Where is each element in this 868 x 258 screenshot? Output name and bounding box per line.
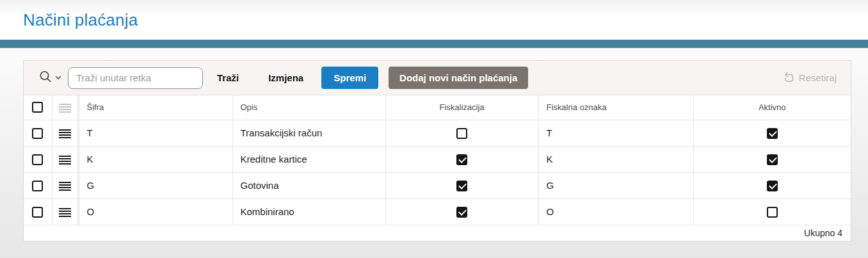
payment-methods-table: Šifra Opis Fiskalizacija Fiskalna oznaka… — [24, 95, 851, 241]
column-header-fiskalizacija: Fiskalizacija — [385, 95, 538, 120]
cell-opis: Gotovina — [232, 172, 385, 198]
payment-methods-panel: Traži Izmjena Spremi Dodaj novi način pl… — [23, 60, 851, 241]
cell-fiskalna-oznaka: T — [538, 120, 693, 146]
column-header-sifra: Šifra — [78, 95, 232, 120]
table-row: K Kreditne kartice K — [24, 146, 851, 172]
table-row: T Transakcijski račun T — [24, 120, 851, 146]
row-select-checkbox[interactable] — [32, 128, 43, 139]
fiskalizacija-checkbox[interactable] — [456, 128, 467, 139]
fiskalizacija-checkbox[interactable] — [456, 207, 467, 218]
cell-fiskalna-oznaka: K — [538, 146, 693, 172]
aktivno-checkbox[interactable] — [767, 154, 778, 165]
search-button[interactable]: Traži — [211, 67, 245, 88]
header-divider-bar — [0, 40, 868, 48]
column-header-opis: Opis — [232, 95, 385, 120]
cell-fiskalna-oznaka: G — [538, 172, 693, 198]
chevron-down-icon — [54, 72, 62, 84]
row-select-checkbox[interactable] — [32, 207, 43, 218]
row-select-checkbox[interactable] — [32, 154, 43, 165]
table-header-row: Šifra Opis Fiskalizacija Fiskalna oznaka… — [24, 95, 851, 120]
row-menu-icon[interactable] — [59, 129, 71, 138]
cell-opis: Kreditne kartice — [232, 146, 385, 172]
select-all-checkbox[interactable] — [32, 102, 43, 113]
reset-button[interactable]: Resetiraj — [778, 68, 842, 88]
column-header-fiskalna-oznaka: Fiskalna oznaka — [538, 95, 693, 120]
cell-sifra: K — [78, 146, 232, 172]
cell-opis: Kombinirano — [232, 198, 385, 225]
search-options-trigger[interactable] — [38, 69, 62, 87]
row-menu-column-icon — [59, 104, 71, 113]
search-input[interactable] — [68, 67, 203, 89]
search-icon — [38, 69, 53, 87]
fiskalizacija-checkbox[interactable] — [456, 154, 467, 165]
cell-sifra: O — [78, 198, 232, 225]
page-title: Načini plaćanja — [23, 10, 138, 30]
cell-sifra: G — [78, 172, 232, 198]
column-header-aktivno: Aktivno — [693, 95, 851, 120]
total-count: Ukupno 4 — [24, 225, 851, 241]
save-button[interactable]: Spremi — [321, 67, 378, 89]
row-menu-icon[interactable] — [59, 156, 71, 165]
table-footer-row: Ukupno 4 — [24, 225, 851, 241]
row-menu-icon[interactable] — [59, 208, 71, 217]
row-select-checkbox[interactable] — [32, 181, 43, 191]
reset-icon — [784, 72, 794, 85]
aktivno-checkbox[interactable] — [767, 128, 778, 139]
cell-fiskalna-oznaka: O — [538, 198, 693, 225]
aktivno-checkbox[interactable] — [767, 181, 778, 191]
grid-toolbar: Traži Izmjena Spremi Dodaj novi način pl… — [24, 61, 851, 95]
table-body: T Transakcijski račun T K Kreditne karti… — [24, 120, 851, 225]
add-payment-method-button[interactable]: Dodaj novi način plaćanja — [389, 67, 528, 89]
reset-label: Resetiraj — [799, 72, 837, 83]
fiskalizacija-checkbox[interactable] — [456, 181, 467, 191]
aktivno-checkbox[interactable] — [767, 207, 778, 218]
row-menu-icon[interactable] — [59, 182, 71, 191]
page-header: Načini plaćanja — [0, 0, 868, 40]
table-row: G Gotovina G — [24, 172, 851, 198]
table-row: O Kombinirano O — [24, 198, 851, 225]
cell-opis: Transakcijski račun — [232, 120, 385, 146]
content-area: Traži Izmjena Spremi Dodaj novi način pl… — [0, 48, 868, 258]
edit-button[interactable]: Izmjena — [262, 67, 310, 88]
cell-sifra: T — [78, 120, 232, 146]
